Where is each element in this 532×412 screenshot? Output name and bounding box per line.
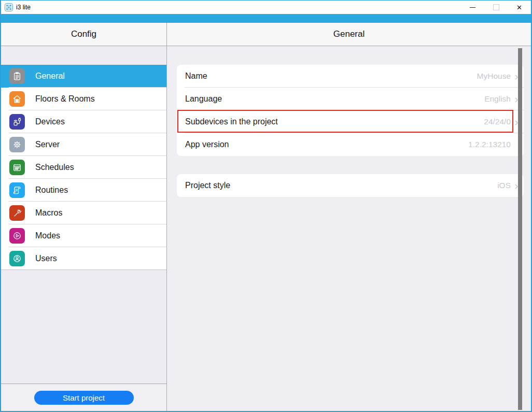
close-button[interactable]: ✕ — [508, 1, 531, 14]
settings-group-1: Name MyHouse › Language English › Subdev… — [177, 65, 524, 156]
plug-icon — [9, 114, 25, 130]
settings-group-2: Project style iOS › — [177, 174, 524, 197]
wand-icon — [9, 205, 25, 221]
row-value: MyHouse — [477, 72, 511, 81]
sidebar-footer: Start project — [1, 383, 166, 411]
title-bar: i3 lite ✕ — [1, 1, 531, 14]
start-project-button[interactable]: Start project — [34, 391, 134, 405]
vertical-scrollbar[interactable] — [518, 48, 522, 410]
sidebar-item-label: Modes — [35, 231, 60, 240]
sidebar-item-label: Devices — [35, 117, 65, 126]
accent-strip — [1, 14, 531, 23]
row-label: Name — [185, 72, 207, 81]
sidebar-item-macros[interactable]: Macros — [1, 202, 166, 224]
window-controls: ✕ — [461, 1, 531, 14]
maximize-icon — [493, 4, 499, 10]
general-panel-title: General — [167, 23, 531, 46]
sidebar-spacer — [1, 46, 166, 65]
sidebar-item-devices[interactable]: Devices — [1, 110, 166, 133]
user-icon — [9, 251, 25, 266]
row-subdevices[interactable]: Subdevices in the project 24/24/0 › — [177, 110, 524, 133]
config-panel-title: Config — [1, 23, 167, 46]
house-icon — [9, 91, 25, 107]
config-menu: General Floors & Rooms — [1, 65, 166, 270]
sidebar-item-server[interactable]: Server — [1, 133, 166, 156]
minimize-button[interactable] — [461, 1, 484, 14]
clipboard-icon — [9, 68, 25, 84]
sidebar-item-general[interactable]: General — [1, 65, 166, 88]
row-label: Project style — [185, 181, 230, 190]
general-content: Name MyHouse › Language English › Subdev… — [167, 46, 531, 411]
app-window: i3 lite ✕ Config General — [0, 0, 532, 412]
sidebar-item-routines[interactable]: Routines — [1, 179, 166, 202]
sidebar-item-label: Macros — [35, 208, 62, 218]
window-body: General Floors & Rooms — [1, 46, 531, 411]
app-logo-icon — [5, 3, 13, 11]
calendar-icon — [9, 160, 25, 175]
row-project-style[interactable]: Project style iOS › — [177, 174, 524, 197]
gear-icon — [9, 137, 25, 152]
sidebar-item-modes[interactable]: Modes — [1, 224, 166, 247]
row-language[interactable]: Language English › — [177, 88, 524, 110]
config-sidebar: General Floors & Rooms — [1, 46, 167, 411]
panel-headers: Config General — [1, 23, 531, 46]
scroll-icon — [9, 182, 25, 198]
row-label: Subdevices in the project — [185, 117, 278, 126]
row-app-version: App version 1.2.2:13210 — [177, 133, 524, 156]
play-icon — [9, 228, 25, 244]
sidebar-item-label: Schedules — [35, 163, 74, 172]
row-label: Language — [185, 94, 222, 104]
sidebar-item-label: Routines — [35, 186, 68, 195]
sidebar-item-label: Server — [35, 140, 60, 149]
sidebar-item-label: General — [35, 72, 65, 81]
row-value: iOS — [497, 181, 511, 190]
minimize-icon — [470, 7, 475, 8]
sidebar-item-floors-rooms[interactable]: Floors & Rooms — [1, 88, 166, 110]
sidebar-item-schedules[interactable]: Schedules — [1, 156, 166, 179]
row-value: 24/24/0 — [484, 117, 511, 126]
maximize-button[interactable] — [484, 1, 508, 14]
sidebar-item-label: Users — [35, 254, 57, 263]
sidebar-item-users[interactable]: Users — [1, 247, 166, 270]
row-value: 1.2.2:13210 — [468, 140, 511, 149]
sidebar-item-label: Floors & Rooms — [35, 94, 95, 104]
close-icon: ✕ — [516, 4, 522, 11]
window-title: i3 lite — [16, 4, 31, 11]
row-name[interactable]: Name MyHouse › — [177, 65, 524, 88]
row-value: English — [484, 94, 511, 104]
row-label: App version — [185, 140, 229, 149]
